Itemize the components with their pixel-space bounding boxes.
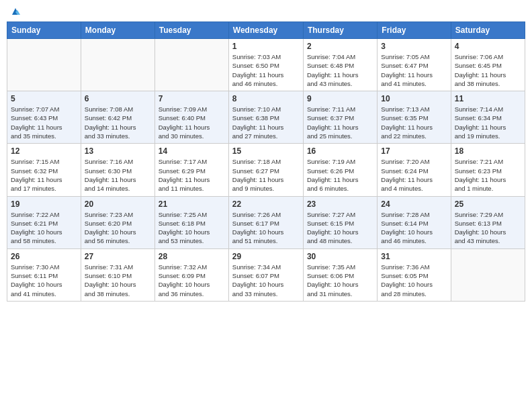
calendar-cell <box>154 39 228 91</box>
calendar-cell: 3Sunrise: 7:05 AM Sunset: 6:47 PM Daylig… <box>378 39 451 91</box>
header-thursday: Thursday <box>303 22 377 39</box>
day-number: 27 <box>85 252 151 261</box>
day-info: Sunrise: 7:06 AM Sunset: 6:45 PM Dayligh… <box>455 52 521 88</box>
day-info: Sunrise: 7:19 AM Sunset: 6:26 PM Dayligh… <box>307 157 373 193</box>
day-info: Sunrise: 7:16 AM Sunset: 6:30 PM Dayligh… <box>85 157 151 193</box>
week-row-3: 12Sunrise: 7:15 AM Sunset: 6:32 PM Dayli… <box>7 144 525 196</box>
calendar-cell: 25Sunrise: 7:29 AM Sunset: 6:13 PM Dayli… <box>451 196 525 248</box>
day-info: Sunrise: 7:20 AM Sunset: 6:24 PM Dayligh… <box>381 157 447 193</box>
day-number: 21 <box>159 199 225 209</box>
day-number: 29 <box>232 252 300 261</box>
day-info: Sunrise: 7:22 AM Sunset: 6:21 PM Dayligh… <box>11 210 77 246</box>
calendar-cell: 1Sunrise: 7:03 AM Sunset: 6:50 PM Daylig… <box>228 39 303 91</box>
day-number: 2 <box>307 42 373 51</box>
day-info: Sunrise: 7:05 AM Sunset: 6:47 PM Dayligh… <box>381 52 447 88</box>
day-number: 15 <box>232 146 300 156</box>
day-number: 25 <box>455 199 521 209</box>
day-info: Sunrise: 7:04 AM Sunset: 6:48 PM Dayligh… <box>307 52 373 88</box>
calendar-cell <box>451 248 525 301</box>
day-info: Sunrise: 7:09 AM Sunset: 6:40 PM Dayligh… <box>159 105 225 140</box>
day-info: Sunrise: 7:15 AM Sunset: 6:32 PM Dayligh… <box>11 157 77 193</box>
calendar-header-row: SundayMondayTuesdayWednesdayThursdayFrid… <box>7 22 525 39</box>
day-number: 13 <box>85 146 151 156</box>
day-number: 18 <box>455 146 521 156</box>
calendar-cell: 22Sunrise: 7:26 AM Sunset: 6:17 PM Dayli… <box>228 196 303 248</box>
calendar-cell: 24Sunrise: 7:28 AM Sunset: 6:14 PM Dayli… <box>378 196 451 248</box>
calendar-cell: 11Sunrise: 7:14 AM Sunset: 6:34 PM Dayli… <box>451 91 525 144</box>
day-info: Sunrise: 7:10 AM Sunset: 6:38 PM Dayligh… <box>232 105 300 140</box>
header-sunday: Sunday <box>7 22 81 39</box>
day-info: Sunrise: 7:23 AM Sunset: 6:20 PM Dayligh… <box>85 210 151 246</box>
calendar-cell <box>81 39 154 91</box>
week-row-5: 26Sunrise: 7:30 AM Sunset: 6:11 PM Dayli… <box>7 248 525 301</box>
calendar-cell: 14Sunrise: 7:17 AM Sunset: 6:29 PM Dayli… <box>154 144 228 196</box>
day-number: 10 <box>381 94 447 103</box>
day-number: 6 <box>85 94 151 103</box>
calendar-cell: 20Sunrise: 7:23 AM Sunset: 6:20 PM Dayli… <box>81 196 154 248</box>
calendar-cell: 19Sunrise: 7:22 AM Sunset: 6:21 PM Dayli… <box>7 196 81 248</box>
day-number: 8 <box>232 94 300 103</box>
calendar-cell: 26Sunrise: 7:30 AM Sunset: 6:11 PM Dayli… <box>7 248 81 301</box>
day-number: 26 <box>11 252 77 261</box>
calendar-cell: 21Sunrise: 7:25 AM Sunset: 6:18 PM Dayli… <box>154 196 228 248</box>
day-number: 3 <box>381 42 447 51</box>
day-info: Sunrise: 7:03 AM Sunset: 6:50 PM Dayligh… <box>232 52 300 88</box>
day-info: Sunrise: 7:21 AM Sunset: 6:23 PM Dayligh… <box>455 157 521 193</box>
calendar-cell: 30Sunrise: 7:35 AM Sunset: 6:06 PM Dayli… <box>303 248 377 301</box>
logo <box>9 7 20 16</box>
day-number: 11 <box>455 94 521 103</box>
day-number: 30 <box>307 252 373 261</box>
day-number: 20 <box>85 199 151 209</box>
day-info: Sunrise: 7:14 AM Sunset: 6:34 PM Dayligh… <box>455 105 521 140</box>
day-number: 24 <box>381 199 447 209</box>
header-monday: Monday <box>81 22 154 39</box>
day-info: Sunrise: 7:11 AM Sunset: 6:37 PM Dayligh… <box>307 105 373 140</box>
day-info: Sunrise: 7:26 AM Sunset: 6:17 PM Dayligh… <box>232 210 300 246</box>
calendar-cell: 29Sunrise: 7:34 AM Sunset: 6:07 PM Dayli… <box>228 248 303 301</box>
day-info: Sunrise: 7:31 AM Sunset: 6:10 PM Dayligh… <box>85 263 151 298</box>
calendar-cell: 15Sunrise: 7:18 AM Sunset: 6:27 PM Dayli… <box>228 144 303 196</box>
day-info: Sunrise: 7:08 AM Sunset: 6:42 PM Dayligh… <box>85 105 151 140</box>
day-info: Sunrise: 7:30 AM Sunset: 6:11 PM Dayligh… <box>11 263 77 298</box>
calendar-cell: 23Sunrise: 7:27 AM Sunset: 6:15 PM Dayli… <box>303 196 377 248</box>
calendar-cell: 2Sunrise: 7:04 AM Sunset: 6:48 PM Daylig… <box>303 39 377 91</box>
calendar-cell: 27Sunrise: 7:31 AM Sunset: 6:10 PM Dayli… <box>81 248 154 301</box>
calendar-cell: 17Sunrise: 7:20 AM Sunset: 6:24 PM Dayli… <box>378 144 451 196</box>
page-header <box>7 7 525 16</box>
calendar-cell: 9Sunrise: 7:11 AM Sunset: 6:37 PM Daylig… <box>303 91 377 144</box>
day-number: 17 <box>381 146 447 156</box>
day-info: Sunrise: 7:07 AM Sunset: 6:43 PM Dayligh… <box>11 105 77 140</box>
day-number: 12 <box>11 146 77 156</box>
day-number: 23 <box>307 199 373 209</box>
calendar-cell: 8Sunrise: 7:10 AM Sunset: 6:38 PM Daylig… <box>228 91 303 144</box>
week-row-4: 19Sunrise: 7:22 AM Sunset: 6:21 PM Dayli… <box>7 196 525 248</box>
calendar-cell: 28Sunrise: 7:32 AM Sunset: 6:09 PM Dayli… <box>154 248 228 301</box>
day-info: Sunrise: 7:25 AM Sunset: 6:18 PM Dayligh… <box>159 210 225 246</box>
calendar-cell: 31Sunrise: 7:36 AM Sunset: 6:05 PM Dayli… <box>378 248 451 301</box>
calendar-cell: 6Sunrise: 7:08 AM Sunset: 6:42 PM Daylig… <box>81 91 154 144</box>
calendar-cell: 13Sunrise: 7:16 AM Sunset: 6:30 PM Dayli… <box>81 144 154 196</box>
calendar-cell <box>7 39 81 91</box>
logo-icon <box>11 7 20 16</box>
day-number: 9 <box>307 94 373 103</box>
calendar-cell: 10Sunrise: 7:13 AM Sunset: 6:35 PM Dayli… <box>378 91 451 144</box>
week-row-2: 5Sunrise: 7:07 AM Sunset: 6:43 PM Daylig… <box>7 91 525 144</box>
day-info: Sunrise: 7:34 AM Sunset: 6:07 PM Dayligh… <box>232 263 300 298</box>
day-number: 22 <box>232 199 300 209</box>
calendar-cell: 5Sunrise: 7:07 AM Sunset: 6:43 PM Daylig… <box>7 91 81 144</box>
day-info: Sunrise: 7:36 AM Sunset: 6:05 PM Dayligh… <box>381 263 447 298</box>
day-number: 4 <box>455 42 521 51</box>
day-number: 5 <box>11 94 77 103</box>
day-info: Sunrise: 7:27 AM Sunset: 6:15 PM Dayligh… <box>307 210 373 246</box>
calendar-table: SundayMondayTuesdayWednesdayThursdayFrid… <box>7 21 525 302</box>
day-info: Sunrise: 7:13 AM Sunset: 6:35 PM Dayligh… <box>381 105 447 140</box>
calendar-cell: 12Sunrise: 7:15 AM Sunset: 6:32 PM Dayli… <box>7 144 81 196</box>
header-wednesday: Wednesday <box>228 22 303 39</box>
day-number: 28 <box>159 252 225 261</box>
week-row-1: 1Sunrise: 7:03 AM Sunset: 6:50 PM Daylig… <box>7 39 525 91</box>
header-saturday: Saturday <box>451 22 525 39</box>
day-number: 7 <box>159 94 225 103</box>
calendar-cell: 16Sunrise: 7:19 AM Sunset: 6:26 PM Dayli… <box>303 144 377 196</box>
header-tuesday: Tuesday <box>154 22 228 39</box>
calendar-cell: 18Sunrise: 7:21 AM Sunset: 6:23 PM Dayli… <box>451 144 525 196</box>
